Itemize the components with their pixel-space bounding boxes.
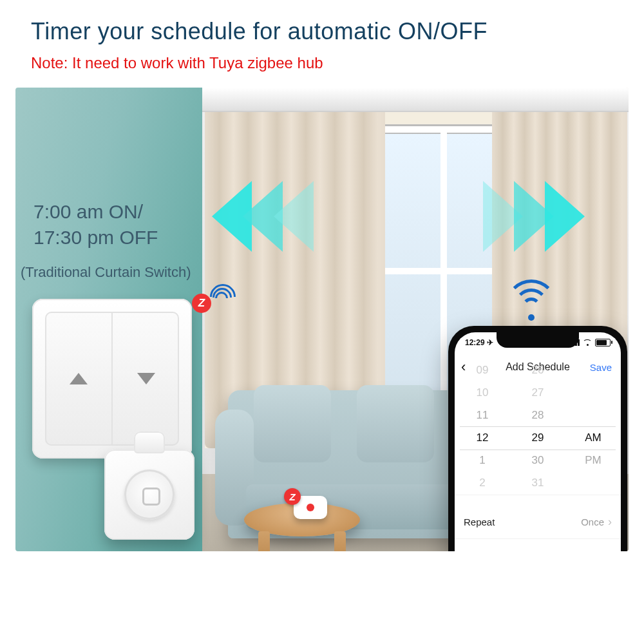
schedule-off-text: 17:30 pm OFF	[33, 227, 158, 249]
schedule-caption: (Traditional Curtain Switch)	[21, 264, 191, 281]
repeat-label: Repeat	[464, 516, 495, 527]
battery-icon	[595, 339, 611, 346]
arrow-up-icon	[70, 373, 88, 384]
wifi-icon	[583, 339, 592, 346]
phone-mockup: 12:29 ✈ ‹ Add Schedule Save 0910111212 2…	[448, 326, 627, 551]
note-text: Note: It need to work with Tuya zigbee h…	[31, 54, 323, 72]
arrow-down-icon	[137, 373, 155, 384]
chevron-right-icon: ›	[608, 549, 612, 552]
curtain-up-button[interactable]	[45, 312, 113, 446]
headline: Timer your schedule for automatic ON/OFF	[31, 18, 488, 45]
ampm-wheel[interactable]: AMPM	[565, 381, 621, 495]
save-button[interactable]: Save	[590, 353, 612, 381]
time-picker[interactable]: 0910111212 262728293031 AMPM	[455, 381, 621, 495]
zigbee-icon	[284, 488, 301, 505]
chevron-right-icon: ›	[608, 515, 612, 529]
repeat-value: Once	[581, 516, 604, 527]
wall-switch-plate	[32, 299, 192, 459]
open-right-icon	[492, 181, 585, 252]
note-row[interactable]: Note ›	[455, 539, 621, 551]
hour-wheel[interactable]: 0910111212	[455, 381, 510, 495]
status-time: 12:29 ✈	[465, 338, 493, 347]
repeat-row[interactable]: Repeat Once›	[455, 505, 621, 539]
schedule-on-text: 7:00 am ON/	[33, 201, 143, 223]
zigbee-icon	[192, 294, 211, 313]
room-scene: 7:00 am ON/ 17:30 pm OFF (Traditional Cu…	[15, 88, 629, 551]
minute-wheel[interactable]: 262728293031	[510, 381, 565, 495]
curtain-down-button[interactable]	[113, 312, 179, 446]
wifi-icon	[505, 281, 558, 321]
note-label: Note	[464, 551, 484, 552]
open-left-icon	[212, 181, 305, 252]
signal-icon	[210, 283, 233, 306]
fingerbot-device	[104, 450, 194, 540]
